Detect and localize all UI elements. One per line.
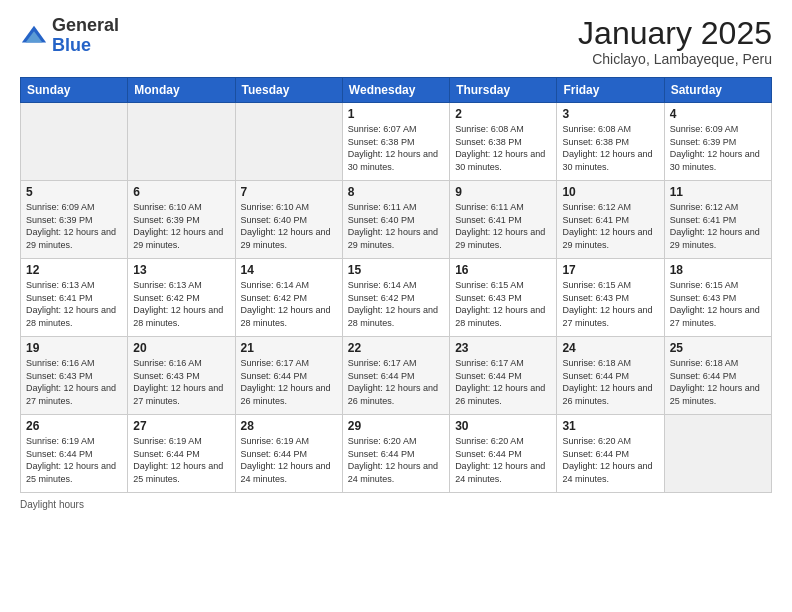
day-info: Sunrise: 6:16 AMSunset: 6:43 PMDaylight:… (26, 357, 122, 407)
day-number: 20 (133, 341, 229, 355)
calendar-week-row: 12Sunrise: 6:13 AMSunset: 6:41 PMDayligh… (21, 259, 772, 337)
calendar-cell: 31Sunrise: 6:20 AMSunset: 6:44 PMDayligh… (557, 415, 664, 493)
day-number: 22 (348, 341, 444, 355)
calendar-header-tuesday: Tuesday (235, 78, 342, 103)
logo-general: General (52, 16, 119, 36)
day-number: 14 (241, 263, 337, 277)
calendar-cell: 6Sunrise: 6:10 AMSunset: 6:39 PMDaylight… (128, 181, 235, 259)
day-info: Sunrise: 6:17 AMSunset: 6:44 PMDaylight:… (348, 357, 444, 407)
calendar-header-wednesday: Wednesday (342, 78, 449, 103)
day-number: 24 (562, 341, 658, 355)
calendar-cell: 4Sunrise: 6:09 AMSunset: 6:39 PMDaylight… (664, 103, 771, 181)
calendar-header-saturday: Saturday (664, 78, 771, 103)
calendar-cell (21, 103, 128, 181)
day-info: Sunrise: 6:07 AMSunset: 6:38 PMDaylight:… (348, 123, 444, 173)
calendar-cell: 19Sunrise: 6:16 AMSunset: 6:43 PMDayligh… (21, 337, 128, 415)
day-info: Sunrise: 6:19 AMSunset: 6:44 PMDaylight:… (133, 435, 229, 485)
day-info: Sunrise: 6:16 AMSunset: 6:43 PMDaylight:… (133, 357, 229, 407)
logo-blue: Blue (52, 36, 119, 56)
calendar-cell: 25Sunrise: 6:18 AMSunset: 6:44 PMDayligh… (664, 337, 771, 415)
day-number: 3 (562, 107, 658, 121)
logo-icon (20, 22, 48, 50)
day-info: Sunrise: 6:12 AMSunset: 6:41 PMDaylight:… (562, 201, 658, 251)
day-number: 29 (348, 419, 444, 433)
day-number: 28 (241, 419, 337, 433)
day-info: Sunrise: 6:15 AMSunset: 6:43 PMDaylight:… (670, 279, 766, 329)
day-info: Sunrise: 6:19 AMSunset: 6:44 PMDaylight:… (26, 435, 122, 485)
calendar-week-row: 26Sunrise: 6:19 AMSunset: 6:44 PMDayligh… (21, 415, 772, 493)
calendar-week-row: 1Sunrise: 6:07 AMSunset: 6:38 PMDaylight… (21, 103, 772, 181)
day-number: 17 (562, 263, 658, 277)
calendar-cell: 21Sunrise: 6:17 AMSunset: 6:44 PMDayligh… (235, 337, 342, 415)
day-info: Sunrise: 6:14 AMSunset: 6:42 PMDaylight:… (348, 279, 444, 329)
day-number: 5 (26, 185, 122, 199)
calendar-header-thursday: Thursday (450, 78, 557, 103)
calendar-cell: 27Sunrise: 6:19 AMSunset: 6:44 PMDayligh… (128, 415, 235, 493)
day-info: Sunrise: 6:13 AMSunset: 6:42 PMDaylight:… (133, 279, 229, 329)
calendar-cell: 11Sunrise: 6:12 AMSunset: 6:41 PMDayligh… (664, 181, 771, 259)
calendar-cell: 29Sunrise: 6:20 AMSunset: 6:44 PMDayligh… (342, 415, 449, 493)
calendar-cell: 28Sunrise: 6:19 AMSunset: 6:44 PMDayligh… (235, 415, 342, 493)
calendar-cell: 18Sunrise: 6:15 AMSunset: 6:43 PMDayligh… (664, 259, 771, 337)
calendar-cell: 8Sunrise: 6:11 AMSunset: 6:40 PMDaylight… (342, 181, 449, 259)
calendar-cell (128, 103, 235, 181)
calendar-table: SundayMondayTuesdayWednesdayThursdayFrid… (20, 77, 772, 493)
day-number: 12 (26, 263, 122, 277)
day-number: 25 (670, 341, 766, 355)
day-info: Sunrise: 6:17 AMSunset: 6:44 PMDaylight:… (455, 357, 551, 407)
calendar-cell: 1Sunrise: 6:07 AMSunset: 6:38 PMDaylight… (342, 103, 449, 181)
calendar-cell: 10Sunrise: 6:12 AMSunset: 6:41 PMDayligh… (557, 181, 664, 259)
day-info: Sunrise: 6:11 AMSunset: 6:40 PMDaylight:… (348, 201, 444, 251)
calendar-header-monday: Monday (128, 78, 235, 103)
day-number: 18 (670, 263, 766, 277)
day-info: Sunrise: 6:15 AMSunset: 6:43 PMDaylight:… (455, 279, 551, 329)
calendar-cell: 26Sunrise: 6:19 AMSunset: 6:44 PMDayligh… (21, 415, 128, 493)
calendar-cell: 22Sunrise: 6:17 AMSunset: 6:44 PMDayligh… (342, 337, 449, 415)
calendar-cell (664, 415, 771, 493)
month-title: January 2025 (578, 16, 772, 51)
day-number: 11 (670, 185, 766, 199)
day-info: Sunrise: 6:14 AMSunset: 6:42 PMDaylight:… (241, 279, 337, 329)
day-number: 31 (562, 419, 658, 433)
day-info: Sunrise: 6:10 AMSunset: 6:40 PMDaylight:… (241, 201, 337, 251)
day-info: Sunrise: 6:18 AMSunset: 6:44 PMDaylight:… (562, 357, 658, 407)
day-number: 27 (133, 419, 229, 433)
day-info: Sunrise: 6:09 AMSunset: 6:39 PMDaylight:… (670, 123, 766, 173)
page: General Blue January 2025 Chiclayo, Lamb… (0, 0, 792, 612)
day-number: 13 (133, 263, 229, 277)
day-info: Sunrise: 6:20 AMSunset: 6:44 PMDaylight:… (455, 435, 551, 485)
day-number: 19 (26, 341, 122, 355)
day-number: 1 (348, 107, 444, 121)
calendar-cell: 9Sunrise: 6:11 AMSunset: 6:41 PMDaylight… (450, 181, 557, 259)
calendar-cell (235, 103, 342, 181)
day-info: Sunrise: 6:08 AMSunset: 6:38 PMDaylight:… (562, 123, 658, 173)
calendar-week-row: 5Sunrise: 6:09 AMSunset: 6:39 PMDaylight… (21, 181, 772, 259)
day-number: 23 (455, 341, 551, 355)
day-number: 2 (455, 107, 551, 121)
day-number: 9 (455, 185, 551, 199)
day-info: Sunrise: 6:13 AMSunset: 6:41 PMDaylight:… (26, 279, 122, 329)
day-number: 4 (670, 107, 766, 121)
calendar-cell: 30Sunrise: 6:20 AMSunset: 6:44 PMDayligh… (450, 415, 557, 493)
calendar-header-row: SundayMondayTuesdayWednesdayThursdayFrid… (21, 78, 772, 103)
logo: General Blue (20, 16, 119, 56)
day-info: Sunrise: 6:20 AMSunset: 6:44 PMDaylight:… (562, 435, 658, 485)
calendar-cell: 2Sunrise: 6:08 AMSunset: 6:38 PMDaylight… (450, 103, 557, 181)
day-info: Sunrise: 6:10 AMSunset: 6:39 PMDaylight:… (133, 201, 229, 251)
day-number: 16 (455, 263, 551, 277)
header: General Blue January 2025 Chiclayo, Lamb… (20, 16, 772, 67)
calendar-cell: 17Sunrise: 6:15 AMSunset: 6:43 PMDayligh… (557, 259, 664, 337)
calendar-cell: 20Sunrise: 6:16 AMSunset: 6:43 PMDayligh… (128, 337, 235, 415)
day-info: Sunrise: 6:19 AMSunset: 6:44 PMDaylight:… (241, 435, 337, 485)
day-number: 8 (348, 185, 444, 199)
calendar-cell: 7Sunrise: 6:10 AMSunset: 6:40 PMDaylight… (235, 181, 342, 259)
calendar-header-friday: Friday (557, 78, 664, 103)
day-number: 21 (241, 341, 337, 355)
calendar-header-sunday: Sunday (21, 78, 128, 103)
day-number: 10 (562, 185, 658, 199)
calendar-cell: 3Sunrise: 6:08 AMSunset: 6:38 PMDaylight… (557, 103, 664, 181)
day-info: Sunrise: 6:08 AMSunset: 6:38 PMDaylight:… (455, 123, 551, 173)
day-info: Sunrise: 6:15 AMSunset: 6:43 PMDaylight:… (562, 279, 658, 329)
calendar-cell: 5Sunrise: 6:09 AMSunset: 6:39 PMDaylight… (21, 181, 128, 259)
calendar-cell: 23Sunrise: 6:17 AMSunset: 6:44 PMDayligh… (450, 337, 557, 415)
